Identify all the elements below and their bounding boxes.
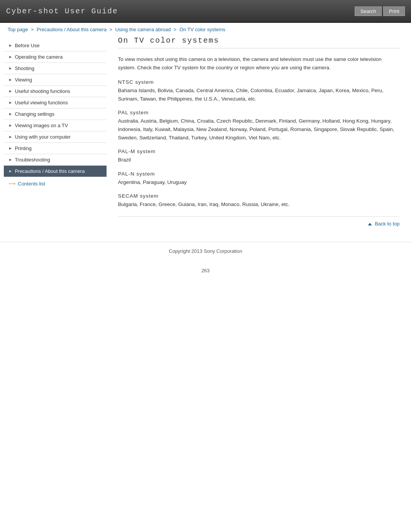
contents-list-label: Contents list	[18, 181, 45, 187]
sidebar-item-precautions[interactable]: ► Precautions / About this camera	[4, 166, 107, 177]
search-button[interactable]: Search	[355, 6, 382, 16]
pal-content: Australia, Austria, Belgium, China, Croa…	[118, 117, 400, 142]
chevron-icon: ►	[8, 169, 13, 173]
page-layout: ► Before Use ► Operating the camera ► Sh…	[0, 36, 411, 238]
breadcrumb-top[interactable]: Top page	[8, 27, 28, 32]
chevron-icon: ►	[8, 54, 13, 59]
page-number: 263	[0, 260, 411, 281]
chevron-icon: ►	[8, 100, 13, 105]
contents-list-link[interactable]: ⟶ Contents list	[4, 177, 107, 190]
breadcrumb-sep-2: >	[110, 27, 114, 32]
chevron-icon: ►	[8, 66, 13, 70]
sidebar-item-useful-viewing[interactable]: ► Useful viewing functions	[4, 97, 107, 109]
breadcrumb-precautions[interactable]: Precautions / About this camera	[37, 27, 107, 32]
sidebar-label: Operating the camera	[15, 54, 103, 60]
secam-section: SECAM system Bulgaria, France, Greece, G…	[118, 193, 400, 209]
chevron-icon: ►	[8, 43, 13, 48]
secam-content: Bulgaria, France, Greece, Guiana, Iran, …	[118, 200, 400, 209]
sidebar-label: Changing settings	[15, 111, 103, 117]
sidebar-label: Troubleshooting	[15, 157, 103, 163]
breadcrumb-current[interactable]: On TV color systems	[180, 27, 225, 32]
sidebar-label: Using with your computer	[15, 134, 103, 140]
ntsc-title: NTSC system	[118, 79, 400, 85]
back-to-top-label: Back to top	[375, 221, 400, 227]
page-title: On TV color systems	[118, 36, 400, 48]
header: Cyber-shot User Guide Search Print	[0, 0, 411, 23]
chevron-icon: ►	[8, 146, 13, 150]
breadcrumb-abroad[interactable]: Using the camera abroad	[115, 27, 171, 32]
sidebar-label: Precautions / About this camera	[15, 168, 103, 174]
sidebar-label: Useful shooting functions	[15, 88, 103, 94]
secam-title: SECAM system	[118, 193, 400, 199]
sidebar-label: Before Use	[15, 43, 103, 48]
copyright-text: Copyright 2013 Sony Corporation	[169, 248, 242, 254]
sidebar-label: Printing	[15, 145, 103, 151]
sidebar-item-before-use[interactable]: ► Before Use	[4, 40, 107, 51]
sidebar-label: Shooting	[15, 66, 103, 71]
palm-title: PAL-M system	[118, 149, 400, 154]
pal-section: PAL system Australia, Austria, Belgium, …	[118, 110, 400, 142]
sidebar-item-viewing-on-tv[interactable]: ► Viewing images on a TV	[4, 120, 107, 131]
intro-paragraph: To view movies shot using this camera on…	[118, 55, 400, 72]
chevron-icon: ►	[8, 77, 13, 82]
breadcrumb-sep-1: >	[31, 27, 35, 32]
chevron-icon: ►	[8, 157, 13, 162]
chevron-icon: ►	[8, 89, 13, 93]
pal-title: PAL system	[118, 110, 400, 115]
chevron-icon: ►	[8, 134, 13, 139]
ntsc-section: NTSC system Bahama Islands, Bolivia, Can…	[118, 79, 400, 103]
sidebar-item-shooting[interactable]: ► Shooting	[4, 63, 107, 74]
paln-content: Argentina, Paraguay, Uruguay	[118, 178, 400, 187]
sidebar: ► Before Use ► Operating the camera ► Sh…	[4, 36, 107, 238]
sidebar-item-printing[interactable]: ► Printing	[4, 143, 107, 154]
footer: Copyright 2013 Sony Corporation	[0, 242, 411, 260]
sidebar-item-changing-settings[interactable]: ► Changing settings	[4, 109, 107, 120]
sidebar-item-operating[interactable]: ► Operating the camera	[4, 51, 107, 63]
back-to-top-link[interactable]: Back to top	[368, 221, 400, 227]
palm-section: PAL-M system Brazil	[118, 149, 400, 164]
breadcrumb-sep-3: >	[174, 27, 178, 32]
triangle-up-icon	[368, 223, 372, 225]
ntsc-content: Bahama Islands, Bolivia, Canada, Central…	[118, 86, 400, 103]
arrow-right-icon: ⟶	[8, 181, 16, 187]
sidebar-label: Viewing	[15, 77, 103, 83]
back-to-top-row: Back to top	[118, 216, 400, 230]
sidebar-item-viewing[interactable]: ► Viewing	[4, 74, 107, 86]
print-button[interactable]: Print	[383, 6, 405, 16]
sidebar-label: Useful viewing functions	[15, 100, 103, 105]
chevron-icon: ►	[8, 123, 13, 128]
app-title: Cyber-shot User Guide	[6, 7, 118, 16]
palm-content: Brazil	[118, 156, 400, 164]
sidebar-item-useful-shooting[interactable]: ► Useful shooting functions	[4, 86, 107, 97]
sidebar-item-troubleshooting[interactable]: ► Troubleshooting	[4, 154, 107, 166]
chevron-icon: ►	[8, 112, 13, 116]
paln-section: PAL-N system Argentina, Paraguay, Urugua…	[118, 171, 400, 187]
sidebar-item-computer[interactable]: ► Using with your computer	[4, 131, 107, 143]
paln-title: PAL-N system	[118, 171, 400, 177]
sidebar-label: Viewing images on a TV	[15, 123, 103, 128]
main-content: On TV color systems To view movies shot …	[107, 36, 407, 238]
header-buttons: Search Print	[355, 6, 405, 16]
breadcrumb: Top page > Precautions / About this came…	[0, 23, 411, 36]
